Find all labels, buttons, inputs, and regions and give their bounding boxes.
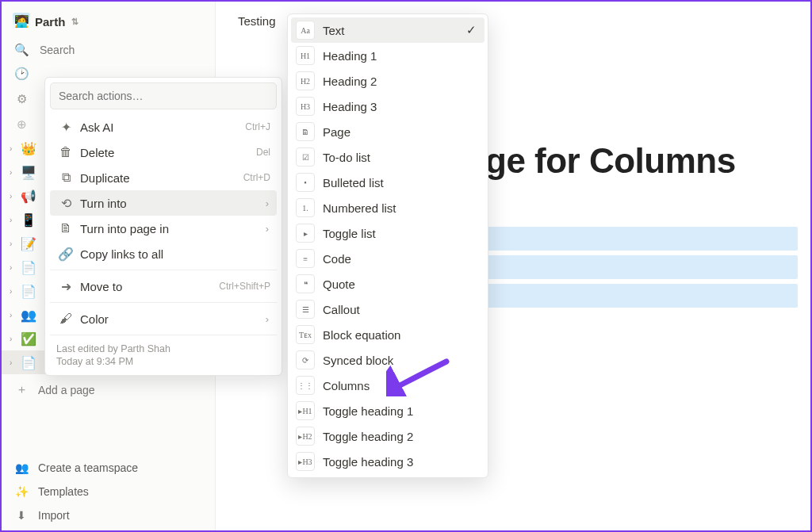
turn-into-callout[interactable]: ☰ Callout xyxy=(291,297,485,322)
last-edited-time: Today at 9:34 PM xyxy=(56,356,270,367)
page-emoji-icon: 📝 xyxy=(21,236,36,251)
last-edited-by: Last edited by Parth Shah xyxy=(56,343,270,354)
block-type-label: Page xyxy=(323,125,480,139)
chevron-right-icon[interactable]: › xyxy=(10,335,17,343)
block-thumb-icon: H2 xyxy=(296,71,315,90)
turn-into-to-do-list[interactable]: ☑ To-do list xyxy=(291,144,485,170)
workspace-avatar: 🧑‍💻 xyxy=(13,13,30,30)
block-thumb-icon: ☰ xyxy=(296,300,315,319)
turn-into-bulleted-list[interactable]: • Bulleted list xyxy=(291,170,485,195)
add-page-button[interactable]: ＋ Add a page xyxy=(2,374,215,405)
create-teamspace-button[interactable]: 👥 Create a teamspace xyxy=(2,456,215,480)
turn-into-numbered-list[interactable]: 1. Numbered list xyxy=(291,195,485,220)
block-type-label: Heading 1 xyxy=(323,49,480,63)
workspace-switcher[interactable]: 🧑‍💻 Parth ⇅ xyxy=(2,10,215,38)
menu-item-turn-into-page-in[interactable]: 🗎 Turn into page in› xyxy=(50,216,277,241)
page-emoji-icon: ✅ xyxy=(21,331,36,346)
chevron-right-icon[interactable]: › xyxy=(10,192,17,201)
block-type-label: Toggle heading 2 xyxy=(323,430,480,443)
block-type-label: Numbered list xyxy=(323,201,480,215)
turn-into-code[interactable]: ≡ Code xyxy=(291,246,485,271)
block-thumb-icon: ▸H1 xyxy=(296,401,315,420)
search-icon: 🔍 xyxy=(14,43,29,57)
menu-item-color[interactable]: 🖌 Color› xyxy=(50,306,277,331)
turn-into-text[interactable]: Aa Text✓ xyxy=(291,17,485,43)
turn-into-heading-2[interactable]: H2 Heading 2 xyxy=(291,68,485,94)
chevron-right-icon[interactable]: › xyxy=(10,239,17,248)
templates-button[interactable]: ✨ Templates xyxy=(2,480,215,503)
menu-item-icon: ⟲ xyxy=(56,196,75,211)
menu-item-turn-into[interactable]: ⟲ Turn into› xyxy=(50,190,277,216)
turn-into-toggle-heading-2[interactable]: ▸H2 Toggle heading 2 xyxy=(291,423,485,449)
chevron-right-icon[interactable]: › xyxy=(10,144,17,153)
turn-into-toggle-heading-3[interactable]: ▸H3 Toggle heading 3 xyxy=(291,449,485,474)
turn-into-columns[interactable]: ⋮⋮ Columns xyxy=(291,373,485,398)
block-type-label: Callout xyxy=(323,303,480,316)
block-thumb-icon: ⋮⋮ xyxy=(296,376,315,395)
settings-icon[interactable]: ⚙ xyxy=(14,92,29,106)
chevron-right-icon: › xyxy=(266,313,270,325)
turn-into-block-equation[interactable]: Tᴇx Block equation xyxy=(291,322,485,347)
page-emoji-icon: 📄 xyxy=(21,260,36,275)
block-type-label: To-do list xyxy=(323,151,480,164)
block-type-label: Toggle heading 3 xyxy=(323,455,480,469)
search-button[interactable]: 🔍 Search xyxy=(2,38,215,62)
new-page-icon[interactable]: ⊕ xyxy=(14,117,29,132)
search-label: Search xyxy=(40,44,75,56)
selected-block[interactable] xyxy=(484,227,798,251)
block-type-label: Code xyxy=(323,252,480,266)
chevron-right-icon[interactable]: › xyxy=(10,358,17,367)
block-type-label: Block equation xyxy=(323,328,480,342)
turn-into-heading-3[interactable]: H3 Heading 3 xyxy=(291,94,485,119)
block-thumb-icon: Aa xyxy=(296,21,315,40)
menu-item-duplicate[interactable]: ⧉ DuplicateCtrl+D xyxy=(50,165,277,190)
menu-item-copy-links-to-all[interactable]: 🔗 Copy links to all xyxy=(50,241,277,266)
turn-into-quote[interactable]: ❝ Quote xyxy=(291,271,485,297)
menu-item-label: Move to xyxy=(80,280,219,293)
menu-item-label: Delete xyxy=(80,146,256,159)
menu-item-delete[interactable]: 🗑 DeleteDel xyxy=(50,140,277,165)
turn-into-heading-1[interactable]: H1 Heading 1 xyxy=(291,43,485,68)
shortcut-hint: Ctrl+D xyxy=(243,172,270,183)
page-emoji-icon: 📄 xyxy=(21,284,36,299)
chevron-right-icon[interactable]: › xyxy=(10,216,17,224)
block-thumb-icon: H1 xyxy=(296,46,315,65)
updates-icon[interactable]: 🕑 xyxy=(14,67,29,81)
menu-item-icon: 🗎 xyxy=(56,221,75,235)
block-thumb-icon: ⟳ xyxy=(296,350,315,369)
workspace-name: Parth xyxy=(35,15,65,29)
chevron-right-icon[interactable]: › xyxy=(10,168,17,177)
block-type-label: Quote xyxy=(323,277,480,291)
menu-item-move-to[interactable]: ➜ Move toCtrl+Shift+P xyxy=(50,274,277,299)
page-emoji-icon: 👑 xyxy=(21,141,36,156)
menu-item-ask-ai[interactable]: ✦ Ask AICtrl+J xyxy=(50,114,277,140)
page-emoji-icon: 📱 xyxy=(21,212,36,228)
turn-into-page[interactable]: 🗎 Page xyxy=(291,119,485,144)
turn-into-toggle-heading-1[interactable]: ▸H1 Toggle heading 1 xyxy=(291,398,485,423)
chevron-right-icon[interactable]: › xyxy=(10,263,17,272)
import-button[interactable]: ⬇ Import xyxy=(2,503,215,527)
selected-block[interactable] xyxy=(484,284,798,308)
templates-icon: ✨ xyxy=(14,485,29,498)
turn-into-toggle-list[interactable]: ▸ Toggle list xyxy=(291,220,485,246)
turn-into-synced-block[interactable]: ⟳ Synced block xyxy=(291,347,485,373)
block-thumb-icon: ▸H2 xyxy=(296,427,315,446)
menu-item-label: Copy links to all xyxy=(80,247,270,261)
chevron-updown-icon: ⇅ xyxy=(71,17,79,27)
block-type-label: Text xyxy=(323,24,466,37)
block-thumb-icon: ☑ xyxy=(296,147,315,166)
chevron-right-icon[interactable]: › xyxy=(10,311,17,320)
chevron-right-icon[interactable]: › xyxy=(10,287,17,296)
import-label: Import xyxy=(38,509,70,522)
block-thumb-icon: ❝ xyxy=(296,274,315,293)
block-thumb-icon: ▸H3 xyxy=(296,452,315,471)
menu-item-icon: ✦ xyxy=(56,120,75,135)
menu-footer: Last edited by Parth Shah Today at 9:34 … xyxy=(50,339,277,370)
selected-block[interactable] xyxy=(484,255,798,279)
block-type-label: Columns xyxy=(323,379,480,392)
block-thumb-icon: 1. xyxy=(296,198,315,217)
plus-icon: ＋ xyxy=(14,382,29,397)
actions-search-input[interactable] xyxy=(50,82,277,109)
page-emoji-icon: 📄 xyxy=(21,355,36,370)
block-thumb-icon: • xyxy=(296,173,315,192)
